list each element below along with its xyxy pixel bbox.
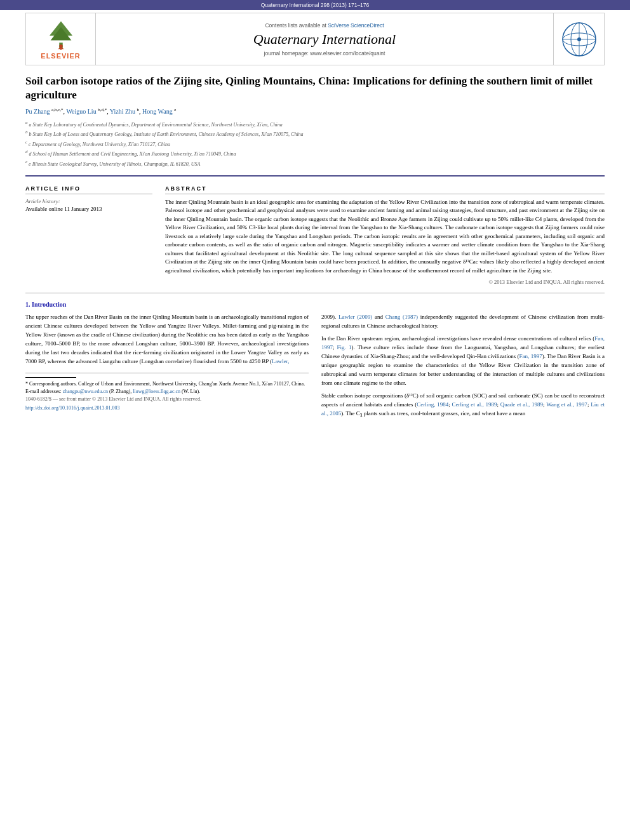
affiliations: a a State Key Laboratory of Continental …: [25, 119, 605, 168]
affil-e: e e Illinois State Geological Survey, Un…: [25, 159, 605, 168]
author-hong-wang: Hong Wang: [142, 109, 173, 116]
article-authors: Pu Zhang a,b,c,*, Weiguo Liu b,d,*, Yizh…: [25, 107, 605, 115]
ref-quade1989: Quade et al., 1989: [500, 401, 543, 408]
issn-line: 1040-6182/$ — see front matter © 2013 El…: [25, 396, 309, 403]
article-info-label: ARTICLE INFO: [25, 185, 152, 194]
abstract-text: The inner Qinling Mountain basin is an i…: [165, 198, 605, 276]
author-pu-zhang: Pu Zhang: [25, 109, 50, 116]
top-bar: Quaternary International 298 (2013) 171–…: [0, 0, 630, 10]
article-info-col: ARTICLE INFO Article history: Available …: [25, 185, 152, 286]
ref-fan1997a: Fan, 1997: [321, 335, 605, 350]
email-zhang: zhangpu@nwu.edu.cn: [63, 389, 108, 394]
ref-wang1997: Wang et al., 1997: [546, 401, 587, 408]
intro-right-text: 2009). Lawler (2009) and Chang (1987) in…: [321, 313, 605, 419]
abstract-col: ABSTRACT The inner Qinling Mountain basi…: [165, 185, 605, 286]
intro-right-col: 2009). Lawler (2009) and Chang (1987) in…: [321, 313, 605, 423]
homepage-line: journal homepage: www.elsevier.com/locat…: [264, 50, 385, 57]
email-note: E-mail addresses: zhangpu@nwu.edu.cn (P.…: [25, 388, 309, 396]
intro-right-p1: 2009). Lawler (2009) and Chang (1987) in…: [321, 313, 605, 331]
ref-cerling1984: Cerling, 1984: [417, 401, 448, 408]
globe-icon: [560, 20, 598, 58]
intro-right-p2: In the Dan River upstream region, archae…: [321, 335, 605, 388]
copyright-line: © 2013 Elsevier Ltd and INQUA. All right…: [165, 279, 605, 285]
affil-sup-1: a,b,c,*: [51, 107, 63, 112]
main-content: Soil carbon isotope ratios of the Zijing…: [0, 68, 630, 429]
ref-chang1987: Chang (1987): [385, 314, 418, 320]
affil-b: b b State Key Lab of Loess and Quaternar…: [25, 129, 605, 138]
affil-c: c c Department of Geology, Northwest Uni…: [25, 139, 605, 149]
intro-left-col: The upper reaches of the Dan River Basin…: [25, 313, 309, 423]
intro-right-p3: Stable carbon isotope compositions (δ¹³C…: [321, 392, 605, 419]
affil-a: a a State Key Laboratory of Continental …: [25, 119, 605, 129]
ref-lawler: Lawler,: [272, 358, 289, 364]
affil-sup-2: b,d,*: [98, 107, 107, 112]
ref-lawler2009: Lawler (2009): [338, 314, 372, 320]
sciverse-line: Contents lists available at SciVerse Sci…: [265, 22, 384, 29]
footnote-separator: [25, 377, 76, 378]
journal-citation: Quaternary International 298 (2013) 171–…: [261, 2, 370, 8]
article-title: Soil carbon isotope ratios of the Zijing…: [25, 74, 605, 102]
intro-heading: 1. Introduction: [25, 301, 605, 308]
journal-title-header: Quaternary International: [253, 31, 396, 48]
footnote-area: * Corresponding authors. College of Urba…: [25, 373, 309, 412]
elsevier-logo: ELSEVIER: [41, 18, 80, 60]
email-liu: liuwg@loess.llqg.ac.cn: [133, 389, 180, 394]
ref-fan1997b: Fan, 1997: [519, 353, 542, 359]
ref-fig1: Fig. 1: [337, 344, 352, 350]
available-online: Available online 11 January 2013: [25, 206, 152, 212]
author-yizhi-zhu: Yizhi Zhu: [110, 109, 135, 116]
article-title-section: Soil carbon isotope ratios of the Zijing…: [25, 74, 605, 177]
author-weiguo-liu: Weiguo Liu: [66, 109, 96, 116]
elsevier-tree-icon: [42, 18, 80, 50]
abstract-label: ABSTRACT: [165, 185, 605, 194]
doi-link[interactable]: http://dx.doi.org/10.1016/j.quaint.2013.…: [25, 405, 120, 411]
sciverse-link[interactable]: SciVerse ScienceDirect: [328, 22, 384, 29]
doi-line: http://dx.doi.org/10.1016/j.quaint.2013.…: [25, 404, 309, 412]
affil-sup-3: b: [137, 107, 140, 112]
history-label: Article history:: [25, 198, 152, 204]
intro-p1: The upper reaches of the Dan River Basin…: [25, 313, 309, 366]
affil-d: d d School of Human Settlement and Civil…: [25, 149, 605, 158]
intro-left-text: The upper reaches of the Dan River Basin…: [25, 313, 309, 366]
section-divider: [25, 293, 605, 293]
svg-point-12: [577, 37, 581, 41]
ref-cerling1989: Cerling et al., 1989: [452, 401, 497, 408]
journal-header-center: Contents lists available at SciVerse Sci…: [96, 13, 553, 65]
journal-header-right: [553, 13, 604, 65]
corresponding-note: * Corresponding authors. College of Urba…: [25, 380, 309, 388]
intro-body: The upper reaches of the Dan River Basin…: [25, 313, 605, 423]
elsevier-logo-block: ELSEVIER: [26, 13, 96, 65]
journal-header: ELSEVIER Contents lists available at Sci…: [25, 13, 605, 65]
affil-sup-4: e: [174, 107, 176, 112]
article-info-abstract: ARTICLE INFO Article history: Available …: [25, 185, 605, 286]
svg-point-3: [59, 44, 62, 48]
elsevier-label: ELSEVIER: [41, 52, 80, 60]
